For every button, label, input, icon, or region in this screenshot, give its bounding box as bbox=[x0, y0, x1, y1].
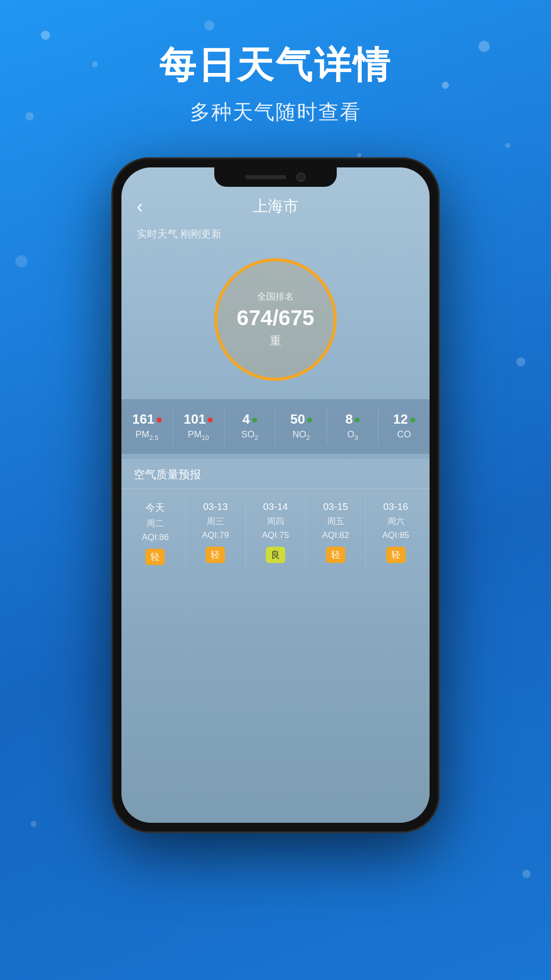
forecast-grid: 今天 周二 AQI:86 轻 03-13 周三 AQI:79 轻 03-14 周… bbox=[121, 489, 430, 577]
header-subtitle: 多种天气随时查看 bbox=[0, 98, 551, 126]
pm25-name: PM2.5 bbox=[123, 429, 170, 442]
no2-value: 50 bbox=[290, 411, 305, 427]
forecast-col-today: 今天 周二 AQI:86 轻 bbox=[126, 497, 186, 569]
phone-outer: ‹ 上海市 实时天气 刚刚更新 全国排名 674/675 重 bbox=[112, 158, 439, 832]
forecast-badge-4: 轻 bbox=[386, 547, 406, 563]
forecast-aqi-4: AQI:85 bbox=[368, 530, 423, 541]
phone-mockup: ‹ 上海市 实时天气 刚刚更新 全国排名 674/675 重 bbox=[112, 158, 439, 832]
forecast-badge-3: 轻 bbox=[326, 547, 345, 563]
o3-value: 8 bbox=[345, 411, 353, 427]
forecast-badge-0: 轻 bbox=[145, 549, 165, 565]
co-value: 12 bbox=[393, 411, 408, 427]
pollutant-o3: 8 O3 bbox=[327, 407, 379, 446]
aqi-rank-label: 全国排名 bbox=[237, 290, 314, 303]
pollutants-row: 161 PM2.5 101 PM10 4 bbox=[121, 399, 430, 454]
pollutant-co: 12 CO bbox=[379, 407, 430, 446]
phone-screen: ‹ 上海市 实时天气 刚刚更新 全国排名 674/675 重 bbox=[121, 167, 430, 823]
forecast-date-3: 03-15 bbox=[308, 501, 363, 512]
notch-camera bbox=[296, 173, 306, 182]
no2-name: NO2 bbox=[278, 429, 324, 442]
forecast-date-0: 今天 bbox=[128, 501, 183, 514]
so2-value: 4 bbox=[242, 411, 249, 427]
status-text: 实时天气 刚刚更新 bbox=[121, 225, 430, 246]
forecast-col-4: 03-16 周六 AQI:85 轻 bbox=[366, 497, 425, 569]
pollutant-pm10: 101 PM10 bbox=[173, 407, 224, 446]
phone-notch bbox=[214, 167, 337, 187]
forecast-date-1: 03-13 bbox=[188, 501, 243, 512]
forecast-col-1: 03-13 周三 AQI:79 轻 bbox=[186, 497, 246, 569]
forecast-section: 空气质量预报 今天 周二 AQI:86 轻 03-13 周三 AQI:79 轻 bbox=[121, 459, 430, 823]
aqi-section: 全国排名 674/675 重 bbox=[121, 246, 430, 397]
forecast-badge-2: 良 bbox=[266, 547, 285, 563]
aqi-circle-inner: 全国排名 674/675 重 bbox=[237, 290, 314, 349]
forecast-day-4: 周六 bbox=[368, 516, 423, 527]
forecast-day-2: 周四 bbox=[248, 516, 304, 527]
so2-name: SO2 bbox=[227, 429, 273, 442]
co-name: CO bbox=[381, 429, 428, 440]
forecast-day-0: 周二 bbox=[128, 518, 183, 529]
aqi-circle: 全国排名 674/675 重 bbox=[214, 258, 337, 381]
forecast-badge-1: 轻 bbox=[206, 547, 225, 563]
forecast-col-2: 03-14 周四 AQI:75 良 bbox=[246, 497, 306, 569]
forecast-date-4: 03-16 bbox=[368, 501, 423, 512]
forecast-day-3: 周五 bbox=[308, 516, 363, 527]
forecast-day-1: 周三 bbox=[188, 516, 243, 527]
forecast-date-2: 03-14 bbox=[248, 501, 304, 512]
so2-dot bbox=[252, 418, 257, 423]
pm10-dot bbox=[208, 418, 213, 423]
forecast-aqi-2: AQI:75 bbox=[248, 530, 304, 541]
o3-dot bbox=[355, 418, 360, 423]
forecast-aqi-1: AQI:79 bbox=[188, 530, 243, 541]
pm10-name: PM10 bbox=[175, 429, 222, 442]
aqi-level: 重 bbox=[237, 333, 314, 349]
forecast-aqi-3: AQI:82 bbox=[308, 530, 363, 541]
pm25-dot bbox=[157, 418, 162, 423]
co-dot bbox=[410, 418, 415, 423]
aqi-rank-value: 674/675 bbox=[237, 306, 314, 330]
forecast-aqi-0: AQI:86 bbox=[128, 532, 183, 543]
back-button[interactable]: ‹ bbox=[137, 196, 143, 217]
forecast-col-3: 03-15 周五 AQI:82 轻 bbox=[306, 497, 366, 569]
header-title: 每日天气详情 bbox=[0, 41, 551, 90]
city-title: 上海市 bbox=[253, 196, 298, 217]
o3-name: O3 bbox=[329, 429, 376, 442]
pollutant-pm25: 161 PM2.5 bbox=[121, 407, 173, 446]
pollutant-no2: 50 NO2 bbox=[276, 407, 327, 446]
pollutant-so2: 4 SO2 bbox=[224, 407, 276, 446]
notch-speaker bbox=[245, 175, 286, 179]
no2-dot bbox=[307, 418, 312, 423]
header-section: 每日天气详情 多种天气随时查看 bbox=[0, 0, 551, 126]
pm25-value: 161 bbox=[132, 411, 154, 427]
forecast-title: 空气质量预报 bbox=[121, 459, 430, 489]
pm10-value: 101 bbox=[184, 411, 206, 427]
